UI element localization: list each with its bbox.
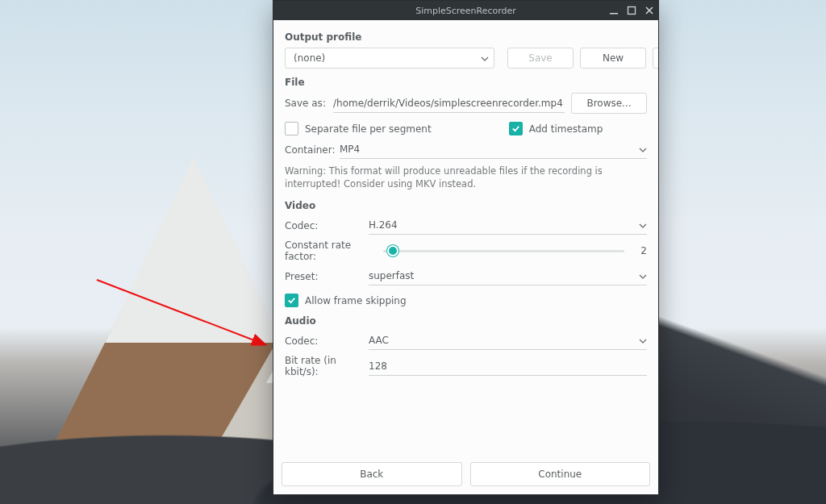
svg-rect-2	[628, 7, 636, 15]
bitrate-input[interactable]	[369, 357, 647, 376]
add-timestamp-checkbox[interactable]	[509, 122, 523, 135]
window-title: SimpleScreenRecorder	[415, 6, 516, 16]
chevron-down-icon	[639, 336, 647, 344]
chevron-down-icon	[481, 54, 489, 62]
audio-codec-select[interactable]: AAC	[369, 331, 647, 350]
audio-codec-label: Codec:	[285, 335, 362, 347]
crf-slider[interactable]	[382, 250, 626, 252]
profile-new-button[interactable]: New	[580, 48, 646, 69]
video-codec-value: H.264	[369, 219, 398, 231]
profile-delete-button[interactable]: Delete	[653, 48, 658, 69]
bitrate-label: Bit rate (in kbit/s):	[285, 355, 362, 377]
container-select[interactable]: MP4	[340, 140, 647, 159]
section-file: File	[285, 77, 647, 88]
audio-codec-value: AAC	[369, 335, 389, 346]
section-output-profile: Output profile	[285, 31, 647, 43]
separate-file-label: Separate file per segment	[305, 123, 432, 135]
save-as-input[interactable]	[333, 94, 565, 113]
container-warning: Warning: This format will produce unread…	[285, 165, 647, 190]
back-button[interactable]: Back	[282, 462, 462, 486]
profile-dropdown[interactable]: (none)	[285, 48, 494, 69]
video-codec-label: Codec:	[285, 220, 362, 231]
allow-frame-skipping-label: Allow frame skipping	[305, 295, 407, 306]
preset-label: Preset:	[285, 271, 362, 282]
separate-file-checkbox[interactable]	[285, 122, 298, 135]
svg-rect-1	[610, 13, 618, 15]
allow-frame-skipping-checkbox[interactable]	[285, 294, 298, 307]
preset-select[interactable]: superfast	[369, 267, 647, 285]
chevron-down-icon	[639, 145, 647, 153]
continue-button[interactable]: Continue	[470, 462, 651, 486]
crf-label: Constant rate factor:	[285, 240, 375, 262]
app-window: SimpleScreenRecorder Output profile (non…	[273, 0, 659, 495]
container-label: Container:	[285, 144, 333, 156]
profile-save-button[interactable]: Save	[507, 48, 574, 69]
chevron-down-icon	[639, 221, 647, 229]
close-icon[interactable]	[644, 5, 655, 16]
save-as-label: Save as:	[285, 98, 327, 109]
section-video: Video	[285, 200, 647, 211]
crf-value: 2	[632, 245, 647, 256]
window-titlebar[interactable]: SimpleScreenRecorder	[273, 1, 658, 20]
preset-value: superfast	[369, 270, 414, 281]
minimize-icon[interactable]	[608, 5, 620, 16]
container-value: MP4	[340, 144, 360, 155]
chevron-down-icon	[639, 272, 647, 280]
add-timestamp-label: Add timestamp	[529, 123, 603, 135]
desktop-wallpaper: SimpleScreenRecorder Output profile (non…	[0, 0, 826, 504]
section-audio: Audio	[285, 315, 647, 327]
slider-thumb[interactable]	[387, 245, 398, 256]
profile-dropdown-value: (none)	[294, 52, 325, 64]
maximize-icon[interactable]	[626, 5, 637, 16]
browse-button[interactable]: Browse...	[571, 93, 647, 114]
video-codec-select[interactable]: H.264	[369, 216, 647, 235]
